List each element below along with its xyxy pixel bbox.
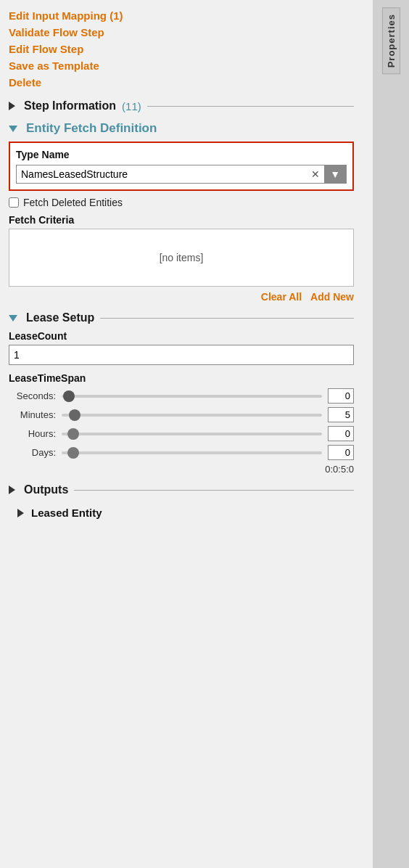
type-name-clear-icon[interactable]: ✕ <box>307 167 324 181</box>
hours-slider-track <box>62 433 322 435</box>
type-name-input-row: ✕ ▼ <box>16 165 347 184</box>
delete-link[interactable]: Delete <box>9 74 354 91</box>
entity-fetch-header: Entity Fetch Definition <box>9 121 354 136</box>
menu-section: Edit Input Mapping (1) Validate Flow Ste… <box>9 7 354 91</box>
outputs-toggle-icon[interactable] <box>9 486 15 494</box>
hours-slider-thumb[interactable] <box>67 428 79 440</box>
leased-entity-toggle-icon[interactable] <box>17 509 24 517</box>
fetch-deleted-label: Fetch Deleted Entities <box>23 197 123 208</box>
days-label: Days: <box>9 447 56 458</box>
edit-input-mapping-link[interactable]: Edit Input Mapping (1) <box>9 7 354 24</box>
days-slider-track <box>62 451 322 454</box>
properties-sidebar-tab[interactable]: Properties <box>373 0 409 868</box>
save-as-template-link[interactable]: Save as Template <box>9 57 354 74</box>
outputs-title: Outputs <box>24 483 68 496</box>
clear-all-button[interactable]: Clear All <box>261 291 302 303</box>
step-information-toggle-icon[interactable] <box>9 102 15 110</box>
days-value-input[interactable] <box>328 445 354 460</box>
entity-fetch-toggle-icon[interactable] <box>9 126 17 132</box>
fetch-criteria-label: Fetch Criteria <box>9 214 354 226</box>
lease-setup-section: Lease Setup LeaseCount LeaseTimeSpan Sec… <box>9 311 354 475</box>
fetch-criteria-box: [no items] <box>9 229 354 287</box>
minutes-slider-thumb[interactable] <box>69 409 80 421</box>
minutes-row: Minutes: <box>9 407 354 422</box>
step-information-count: (11) <box>122 100 141 112</box>
seconds-slider-thumb[interactable] <box>63 390 75 402</box>
lease-setup-divider <box>100 318 354 319</box>
properties-tab-label: Properties <box>382 7 400 74</box>
hours-label: Hours: <box>9 428 56 439</box>
validate-flow-step-link[interactable]: Validate Flow Step <box>9 24 354 41</box>
fetch-deleted-checkbox[interactable] <box>9 197 19 208</box>
step-information-header: Step Information (11) <box>9 99 354 112</box>
outputs-divider <box>74 490 354 491</box>
type-name-dropdown-button[interactable]: ▼ <box>324 165 346 183</box>
time-summary: 0:0:5:0 <box>9 464 354 475</box>
type-name-label: Type Name <box>16 149 347 160</box>
step-information-title: Step Information <box>24 99 116 112</box>
lease-setup-toggle-icon[interactable] <box>9 315 17 322</box>
lease-setup-title: Lease Setup <box>26 311 94 324</box>
fetch-criteria-actions: Clear All Add New <box>9 291 354 303</box>
entity-fetch-title: Entity Fetch Definition <box>26 121 157 136</box>
seconds-value-input[interactable] <box>328 388 354 404</box>
minutes-slider-track <box>62 414 322 417</box>
lease-count-input[interactable] <box>9 345 354 365</box>
outputs-section: Outputs Leased Entity <box>9 483 354 523</box>
entity-fetch-section: Entity Fetch Definition Type Name ✕ ▼ Fe… <box>9 121 354 303</box>
fetch-criteria-no-items: [no items] <box>160 252 204 263</box>
type-name-box: Type Name ✕ ▼ <box>9 142 354 191</box>
step-information-divider <box>147 106 354 107</box>
seconds-slider-track <box>62 395 322 398</box>
days-row: Days: <box>9 445 354 460</box>
lease-count-label: LeaseCount <box>9 330 354 342</box>
days-slider-thumb[interactable] <box>67 447 79 459</box>
edit-flow-step-link[interactable]: Edit Flow Step <box>9 41 354 57</box>
lease-setup-header: Lease Setup <box>9 311 354 324</box>
fetch-deleted-row: Fetch Deleted Entities <box>9 197 354 208</box>
minutes-label: Minutes: <box>9 409 56 420</box>
seconds-row: Seconds: <box>9 388 354 404</box>
lease-time-span-label: LeaseTimeSpan <box>9 372 354 384</box>
outputs-header: Outputs <box>9 483 354 496</box>
add-new-button[interactable]: Add New <box>310 291 354 303</box>
hours-value-input[interactable] <box>328 426 354 441</box>
minutes-value-input[interactable] <box>328 407 354 422</box>
seconds-label: Seconds: <box>9 390 56 401</box>
hours-row: Hours: <box>9 426 354 441</box>
leased-entity-item[interactable]: Leased Entity <box>9 502 354 523</box>
leased-entity-label: Leased Entity <box>31 507 102 519</box>
type-name-input[interactable] <box>17 165 307 183</box>
